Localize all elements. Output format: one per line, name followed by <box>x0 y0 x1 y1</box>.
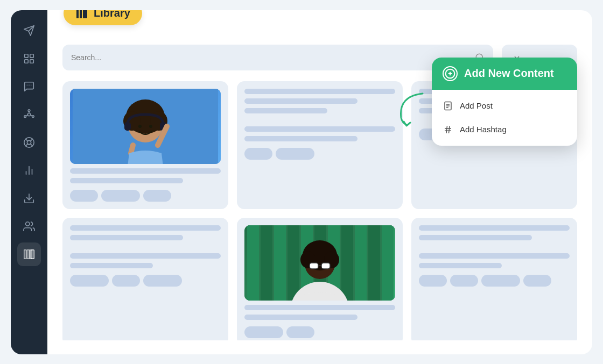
svg-line-14 <box>30 115 32 116</box>
svg-rect-40 <box>124 122 131 131</box>
svg-rect-47 <box>247 225 259 301</box>
svg-line-45 <box>131 145 133 153</box>
card-text-line <box>244 108 327 113</box>
sidebar-item-inbox[interactable] <box>17 75 41 98</box>
svg-rect-3 <box>30 54 33 57</box>
card-text-line <box>419 235 532 240</box>
svg-rect-54 <box>341 225 353 301</box>
svg-rect-28 <box>76 10 79 18</box>
sidebar-item-download[interactable] <box>17 187 41 210</box>
content-card-2[interactable] <box>237 81 403 209</box>
doc-icon <box>443 101 453 111</box>
dropdown-items: Add Post Add Hashtag <box>432 90 577 146</box>
library-label: Library <box>94 10 130 20</box>
svg-point-42 <box>138 125 142 128</box>
card-text-line <box>70 225 221 231</box>
card-tag <box>523 275 551 287</box>
person-photo-green <box>244 225 395 301</box>
svg-rect-64 <box>321 263 330 269</box>
add-post-item[interactable]: Add Post <box>432 94 577 118</box>
svg-rect-27 <box>31 249 34 259</box>
svg-line-76 <box>449 126 450 133</box>
hash-icon <box>443 124 453 135</box>
card-tag <box>70 190 98 202</box>
svg-rect-57 <box>382 225 394 301</box>
content-card-1[interactable] <box>62 81 228 209</box>
card-text-line <box>244 126 395 132</box>
add-content-label: Add New Content <box>464 67 554 80</box>
sidebar-item-network[interactable] <box>17 103 41 126</box>
card-tag-row-2 <box>244 148 395 160</box>
card-text-line-2 <box>70 178 183 183</box>
card-tag <box>101 190 140 202</box>
card-tag <box>450 275 478 287</box>
svg-rect-50 <box>288 225 299 301</box>
sidebar-item-dashboard[interactable] <box>17 47 41 70</box>
sidebar-item-users[interactable] <box>17 215 41 238</box>
card-tag <box>276 148 314 160</box>
library-badge: Library <box>64 10 142 25</box>
svg-line-75 <box>446 126 447 133</box>
card-tag <box>481 275 520 287</box>
card-text-line <box>244 305 395 310</box>
add-content-dropdown: Add New Content Add Post <box>432 58 577 146</box>
card-text-line <box>70 253 221 259</box>
svg-point-26 <box>26 222 30 225</box>
card-tag-row-5 <box>244 326 395 338</box>
card-text-line <box>244 98 357 104</box>
svg-rect-4 <box>25 59 28 62</box>
svg-rect-63 <box>310 263 318 269</box>
card-text-line <box>70 235 183 240</box>
card-text-line <box>70 263 153 268</box>
svg-point-43 <box>149 125 152 128</box>
card-tag <box>70 275 109 287</box>
card-text-line <box>419 253 570 259</box>
sidebar-item-library[interactable] <box>17 242 41 266</box>
card-tag <box>244 326 283 338</box>
svg-line-15 <box>26 115 28 116</box>
add-hashtag-item[interactable]: Add Hashtag <box>432 118 577 141</box>
card-tag-row-1 <box>70 190 221 202</box>
content-card-4[interactable] <box>62 218 228 340</box>
svg-rect-49 <box>274 225 286 301</box>
content-card-6[interactable] <box>411 218 577 340</box>
card-tag-row-6 <box>419 275 570 287</box>
card-text-line <box>244 89 395 94</box>
card-tag <box>244 148 272 160</box>
svg-rect-2 <box>25 54 28 57</box>
card-tag <box>286 326 314 338</box>
search-input[interactable] <box>71 53 469 62</box>
svg-rect-48 <box>261 225 272 301</box>
sidebar <box>11 10 47 354</box>
svg-line-19 <box>31 144 33 146</box>
card-tag <box>143 190 171 202</box>
sidebar-item-support[interactable] <box>17 131 41 154</box>
add-post-label: Add Post <box>460 101 493 110</box>
content-card-5[interactable] <box>237 218 403 340</box>
card-text-line <box>419 263 502 268</box>
person-photo-blue <box>70 89 221 164</box>
card-tag <box>143 275 182 287</box>
add-icon <box>443 66 458 81</box>
add-content-button[interactable]: Add New Content <box>432 58 577 90</box>
card-tag-row-4 <box>70 275 221 287</box>
app-container: Library <box>11 10 592 354</box>
svg-rect-29 <box>80 10 82 18</box>
sidebar-item-send[interactable] <box>17 19 41 42</box>
add-hashtag-label: Add Hashtag <box>460 125 507 134</box>
library-badge-icon <box>75 10 88 20</box>
svg-rect-56 <box>368 225 380 301</box>
sidebar-item-analytics[interactable] <box>17 159 41 182</box>
search-input-wrap[interactable] <box>62 45 493 70</box>
card-image-green <box>244 225 395 301</box>
svg-rect-31 <box>85 10 87 18</box>
card-tag <box>419 275 447 287</box>
card-image-blue <box>70 89 221 164</box>
card-tag <box>112 275 140 287</box>
svg-line-18 <box>26 139 28 141</box>
card-text-line-1 <box>70 168 221 174</box>
arrow-indicator <box>388 88 431 133</box>
svg-rect-55 <box>355 225 367 301</box>
main-content: Library <box>47 10 592 354</box>
svg-line-20 <box>31 139 33 141</box>
